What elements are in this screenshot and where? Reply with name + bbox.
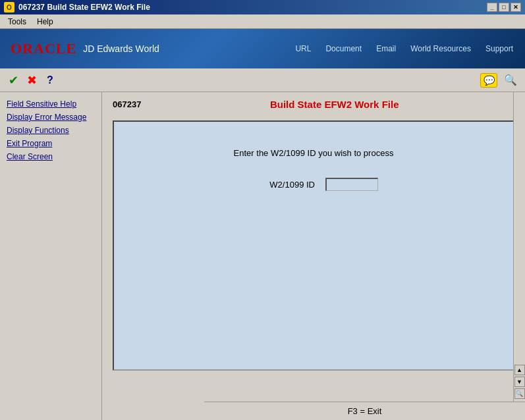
title-bar: O 067237 Build State EFW2 Work File _ □ … xyxy=(0,0,525,14)
w2-id-input[interactable] xyxy=(325,178,378,191)
minimize-button[interactable]: _ xyxy=(487,3,497,12)
form-title: Build State EFW2 Work File xyxy=(154,99,514,110)
w2-id-label: W2/1099 ID xyxy=(249,180,315,190)
nav-links: URL Document Email World Resources Suppo… xyxy=(289,29,525,68)
form-body: Enter the W2/1099 ID you wish to process… xyxy=(113,120,514,371)
nav-support[interactable]: Support xyxy=(479,41,520,56)
sidebar-item-clear-screen[interactable]: Clear Screen xyxy=(3,150,99,163)
sidebar: Field Sensitive Help Display Error Messa… xyxy=(0,92,102,420)
main-area: Field Sensitive Help Display Error Messa… xyxy=(0,92,525,420)
check-button[interactable]: ✔ xyxy=(5,72,21,88)
form-instruction: Enter the W2/1099 ID you wish to process xyxy=(127,148,500,158)
oracle-text: ORACLE xyxy=(11,40,76,57)
field-row-w2: W2/1099 ID xyxy=(127,178,500,191)
app-icon: O xyxy=(4,2,14,13)
window-controls: _ □ ✕ xyxy=(487,3,521,12)
cancel-button[interactable]: ✖ xyxy=(24,72,40,88)
content-area: 067237 Build State EFW2 Work File Enter … xyxy=(102,92,525,420)
scrollbar-area: ▲ ▼ 🔍 xyxy=(513,92,525,402)
sidebar-item-display-error[interactable]: Display Error Message xyxy=(3,111,99,124)
nav-url[interactable]: URL xyxy=(289,41,318,56)
scroll-zoom-btn[interactable]: 🔍 xyxy=(514,388,525,399)
jde-text: JD Edwards World xyxy=(83,43,159,54)
menu-bar: Tools Help xyxy=(0,14,525,29)
scroll-up-btn[interactable]: ▲ xyxy=(514,365,525,375)
sidebar-item-field-help[interactable]: Field Sensitive Help xyxy=(3,97,99,111)
nav-email[interactable]: Email xyxy=(370,41,402,56)
app-header: ORACLE JD Edwards World URL Document Ema… xyxy=(0,29,525,68)
chat-icon[interactable]: 💬 xyxy=(480,73,497,88)
toolbar-right: 💬 🔍 xyxy=(480,71,520,90)
nav-document[interactable]: Document xyxy=(319,41,368,56)
oracle-logo: ORACLE JD Edwards World xyxy=(0,35,170,63)
help-button[interactable]: ? xyxy=(42,72,58,88)
menu-tools[interactable]: Tools xyxy=(3,16,32,28)
menu-help[interactable]: Help xyxy=(32,16,59,28)
window-title: 067237 Build State EFW2 Work File xyxy=(18,3,487,12)
toolbar: ✔ ✖ ? 💬 🔍 xyxy=(0,68,525,92)
status-text: F3 = Exit xyxy=(348,406,382,416)
scroll-down-btn[interactable]: ▼ xyxy=(514,377,525,387)
sidebar-item-exit-program[interactable]: Exit Program xyxy=(3,137,99,150)
maximize-button[interactable]: □ xyxy=(499,3,509,12)
sidebar-item-display-functions[interactable]: Display Functions xyxy=(3,124,99,137)
search-icon[interactable]: 🔍 xyxy=(501,71,520,90)
close-button[interactable]: ✕ xyxy=(511,3,521,12)
nav-world-resources[interactable]: World Resources xyxy=(404,41,478,56)
form-id: 067237 xyxy=(113,99,141,109)
form-header: 067237 Build State EFW2 Work File xyxy=(113,99,514,110)
status-bar: F3 = Exit xyxy=(204,402,525,420)
